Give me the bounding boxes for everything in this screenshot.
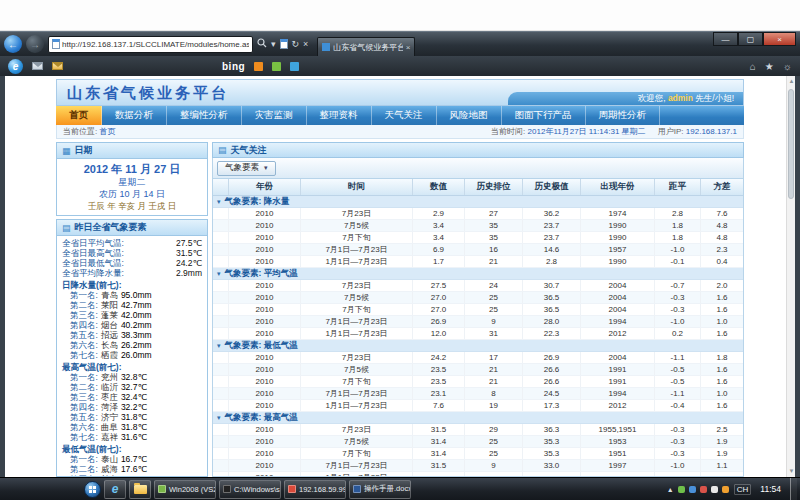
- tray-icon-green[interactable]: [678, 486, 685, 493]
- vertical-scrollbar[interactable]: ▲ ▼: [786, 76, 795, 477]
- station-name[interactable]: 临沂: [101, 382, 118, 392]
- tools-icon[interactable]: ☼: [783, 61, 792, 72]
- compatibility-view-icon[interactable]: [280, 39, 288, 49]
- group-header-row[interactable]: ▾气象要素: 降水量: [213, 196, 743, 208]
- nav-item-4[interactable]: 灾害监测: [242, 106, 307, 125]
- taskbar-button-4[interactable]: 操作手册.docx...: [349, 480, 411, 499]
- column-header[interactable]: 历史排位: [465, 179, 523, 195]
- station-name[interactable]: 威海: [101, 464, 118, 474]
- nav-item-2[interactable]: 数据分析: [102, 106, 167, 125]
- column-header[interactable]: 距平: [655, 179, 701, 195]
- station-name[interactable]: 长岛: [101, 340, 118, 350]
- address-dropdown-icon[interactable]: ▾: [271, 39, 276, 49]
- tray-icon-blue[interactable]: [689, 486, 696, 493]
- table-row[interactable]: 20107月1日—7月23日31.5933.01997-1.01.1: [213, 460, 743, 472]
- column-header[interactable]: 出现年份: [581, 179, 655, 195]
- station-name[interactable]: 济宁: [101, 412, 118, 422]
- scroll-down-icon[interactable]: ▼: [787, 466, 796, 477]
- minimize-button[interactable]: —: [713, 32, 738, 46]
- nav-item-5[interactable]: 整理资料: [307, 106, 372, 125]
- nav-item-6[interactable]: 天气关注: [372, 106, 437, 125]
- mail-alt-icon[interactable]: [52, 62, 63, 70]
- station-name[interactable]: 莱阳: [101, 300, 118, 310]
- station-name[interactable]: 曲阜: [101, 422, 118, 432]
- station-name[interactable]: 蓬莱: [101, 310, 118, 320]
- column-header[interactable]: 历史极值: [523, 179, 581, 195]
- url-text[interactable]: http://192.168.137.1/SLCCLIMATE/modules/…: [62, 40, 249, 49]
- group-header-row[interactable]: ▾气象要素: 最高气温: [213, 412, 743, 424]
- table-row[interactable]: 20107月5候3.43523.719901.84.8: [213, 220, 743, 232]
- table-row[interactable]: 20107月5候31.42535.31953-0.31.9: [213, 436, 743, 448]
- table-row[interactable]: 20107月下旬31.42535.31951-0.31.9: [213, 448, 743, 460]
- table-row[interactable]: 20107月23日24.21726.92004-1.11.8: [213, 352, 743, 364]
- browser-forward-button[interactable]: →: [26, 35, 44, 53]
- table-row[interactable]: 20107月23日31.52936.31955,1951-0.32.5: [213, 424, 743, 436]
- collapse-icon[interactable]: ▾: [217, 342, 221, 350]
- table-row[interactable]: 20107月23日2.92736.219742.87.6: [213, 208, 743, 220]
- taskbar-explorer-button[interactable]: [129, 480, 151, 499]
- home-icon[interactable]: ⌂: [750, 61, 756, 72]
- browser-tab[interactable]: 山东省气候业务平台... ×: [317, 37, 415, 56]
- favorites-icon[interactable]: ★: [765, 61, 774, 72]
- station-name[interactable]: 嘉祥: [101, 432, 118, 442]
- toolbar-green-icon[interactable]: [272, 62, 281, 71]
- station-name[interactable]: 泰山: [101, 454, 118, 464]
- tray-icon-white[interactable]: [711, 486, 718, 493]
- collapse-icon[interactable]: ▾: [217, 198, 221, 206]
- tray-icon-orange[interactable]: [722, 486, 729, 493]
- station-name[interactable]: 烟台: [101, 320, 118, 330]
- group-header-row[interactable]: ▾气象要素: 最低气温: [213, 340, 743, 352]
- table-row[interactable]: 20107月1日—7月23日23.1824.51994-1.11.0: [213, 388, 743, 400]
- table-row[interactable]: 20107月5候23.52126.61991-0.51.6: [213, 364, 743, 376]
- taskbar-button-1[interactable]: Win2008 (VS2...: [154, 480, 216, 499]
- address-bar[interactable]: http://192.168.137.1/SLCCLIMATE/modules/…: [48, 36, 253, 53]
- element-filter-button[interactable]: 气象要素 ▾: [217, 161, 276, 176]
- tray-icon-red[interactable]: [700, 486, 707, 493]
- table-row[interactable]: 20101月1日—7月23日: [213, 472, 743, 476]
- station-name[interactable]: 枣庄: [101, 392, 118, 402]
- mail-icon[interactable]: [32, 62, 43, 70]
- nav-item-9[interactable]: 周期性分析: [586, 106, 661, 125]
- table-row[interactable]: 20101月1日—7月23日1.7212.81990-0.10.4: [213, 256, 743, 268]
- hidden-icons-arrow[interactable]: ▲: [667, 486, 674, 493]
- taskbar-button-3[interactable]: 192.168.59.99...: [284, 480, 346, 499]
- language-indicator[interactable]: CH: [734, 484, 752, 495]
- taskbar-ie-button[interactable]: e: [104, 480, 126, 499]
- stop-icon[interactable]: ×: [303, 39, 308, 49]
- table-row[interactable]: 20107月1日—7月23日6.91614.61957-1.02.3: [213, 244, 743, 256]
- breadcrumb-value[interactable]: 首页: [99, 127, 115, 136]
- show-desktop-button[interactable]: [790, 478, 797, 500]
- nav-item-3[interactable]: 整编性分析: [167, 106, 242, 125]
- table-row[interactable]: 20107月1日—7月23日26.9928.01994-1.01.0: [213, 316, 743, 328]
- collapse-icon[interactable]: ▾: [217, 414, 221, 422]
- collapse-icon[interactable]: ▾: [217, 270, 221, 278]
- tab-close-icon[interactable]: ×: [406, 43, 411, 52]
- station-name[interactable]: 招远: [101, 330, 118, 340]
- column-header[interactable]: 数值: [413, 179, 465, 195]
- table-row[interactable]: 20107月下旬23.52126.61991-0.51.6: [213, 376, 743, 388]
- station-name[interactable]: 兖州: [101, 372, 118, 382]
- table-row[interactable]: 20107月下旬27.02536.52004-0.31.6: [213, 304, 743, 316]
- station-name[interactable]: 菏泽: [101, 402, 118, 412]
- table-row[interactable]: 20101月1日—7月23日7.61917.32012-0.41.6: [213, 400, 743, 412]
- scrollbar-thumb[interactable]: [788, 89, 794, 199]
- toolbar-blue-icon[interactable]: [290, 62, 299, 71]
- table-row[interactable]: 20107月5候27.02536.52004-0.31.6: [213, 292, 743, 304]
- refresh-icon[interactable]: ↻: [292, 39, 300, 49]
- column-header[interactable]: 年份: [229, 179, 301, 195]
- taskbar-button-2[interactable]: C:\Windows\s...: [219, 480, 281, 499]
- nav-item-8[interactable]: 图面下行产品: [502, 106, 586, 125]
- browser-back-button[interactable]: ←: [4, 35, 22, 53]
- close-button[interactable]: ×: [763, 32, 796, 46]
- nav-item-1[interactable]: 首页: [56, 106, 102, 125]
- start-button[interactable]: [84, 481, 101, 498]
- bing-logo[interactable]: bing: [222, 61, 245, 72]
- group-header-row[interactable]: ▾气象要素: 平均气温: [213, 268, 743, 280]
- table-row[interactable]: 20101月1日—7月23日12.03122.320120.21.6: [213, 328, 743, 340]
- table-row[interactable]: 20107月下旬3.43523.719901.84.8: [213, 232, 743, 244]
- toolbar-orange-icon[interactable]: [254, 62, 263, 71]
- column-header[interactable]: 时间: [301, 179, 413, 195]
- station-name[interactable]: 栖霞: [101, 350, 118, 360]
- station-name[interactable]: 青岛: [101, 290, 118, 300]
- maximize-button[interactable]: ▢: [738, 32, 763, 46]
